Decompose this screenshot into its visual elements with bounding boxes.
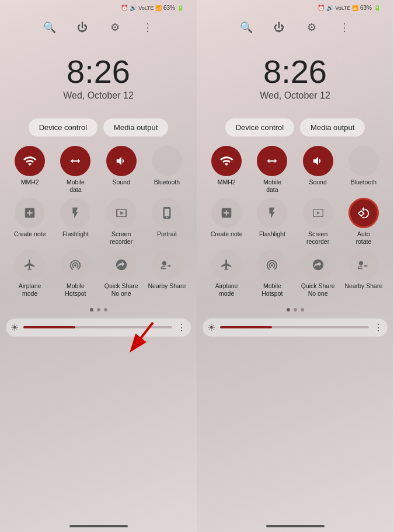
brightness-more-left[interactable]: ⋮ bbox=[177, 322, 186, 333]
wifi-icon-left bbox=[15, 146, 45, 176]
tile-wifi-left[interactable]: MMH2 bbox=[8, 146, 51, 193]
tile-hotspot-label-left: MobileHotspot bbox=[65, 282, 86, 297]
tile-hotspot-label-right: MobileHotspot bbox=[261, 282, 283, 297]
power-button-right[interactable]: ⏻ bbox=[270, 18, 288, 37]
quick-settings-grid-right: MMH2 Mobiledata Sound Bluetooth bbox=[203, 146, 388, 298]
tile-createnote-left[interactable]: Create note bbox=[8, 198, 51, 245]
settings-button-left[interactable]: ⚙ bbox=[106, 18, 124, 37]
more-button-right[interactable]: ⋮ bbox=[335, 18, 354, 37]
wifi-status-icon-right: 🔊 bbox=[326, 5, 333, 11]
brightness-track-left bbox=[23, 326, 172, 328]
signal-icon-right: VoLTE 📶 bbox=[335, 5, 358, 11]
search-button-right[interactable]: 🔍 bbox=[237, 18, 256, 37]
createnote-icon-right bbox=[211, 198, 242, 228]
tile-flashlight-label-left: Flashlight bbox=[62, 230, 89, 238]
tile-createnote-label-right: Create note bbox=[211, 230, 243, 238]
tile-hotspot-right[interactable]: MobileHotspot bbox=[250, 250, 294, 297]
brightness-fill-left bbox=[23, 326, 75, 328]
tile-data-label-right: Mobiledata bbox=[263, 178, 281, 193]
phone-panel-right: ⏰ 🔊 VoLTE 📶 63% 🔋 🔍 ⏻ ⚙ ⋮ 8:26 Wed, Octo… bbox=[197, 0, 393, 532]
battery-icon: 🔋 bbox=[177, 5, 184, 11]
nearbyshare-icon-left bbox=[152, 250, 182, 280]
tile-createnote-label-left: Create note bbox=[14, 230, 46, 238]
tile-data-right[interactable]: Mobiledata bbox=[250, 146, 294, 193]
tile-screenrecorder-left[interactable]: Screenrecorder bbox=[100, 198, 143, 245]
airplane-icon-left bbox=[15, 250, 45, 280]
tile-quickshare-right[interactable]: Quick ShareNo one bbox=[297, 250, 340, 297]
status-bar-left: ⏰ 🔊 VoLTE 📶 63% 🔋 bbox=[6, 0, 191, 13]
tile-portrait-left[interactable]: Portrait bbox=[145, 198, 189, 245]
tile-airplane-label-right: Airplanemode bbox=[215, 282, 238, 297]
bluetooth-icon-left bbox=[152, 146, 182, 176]
dots-indicator-left bbox=[90, 308, 107, 312]
tile-bluetooth-label-left: Bluetooth bbox=[154, 178, 180, 186]
top-icons-right: 🔍 ⏻ ⚙ ⋮ bbox=[203, 13, 388, 44]
settings-button-right[interactable]: ⚙ bbox=[302, 18, 321, 37]
tile-nearbyshare-left[interactable]: Nearby Share bbox=[145, 250, 189, 297]
tile-hotspot-left[interactable]: MobileHotspot bbox=[54, 250, 97, 297]
tile-screenrecorder-right[interactable]: Screenrecorder bbox=[297, 198, 340, 245]
search-button-left[interactable]: 🔍 bbox=[40, 18, 59, 37]
clock-time-right: 8:26 bbox=[263, 55, 327, 88]
clock-time-left: 8:26 bbox=[67, 55, 130, 88]
brightness-track-right bbox=[220, 326, 369, 328]
media-output-button-right[interactable]: Media output bbox=[300, 118, 365, 136]
hotspot-icon-right bbox=[257, 250, 287, 280]
dot-1-right bbox=[287, 308, 290, 312]
flashlight-icon-left bbox=[60, 198, 90, 228]
bluetooth-icon-right bbox=[348, 146, 379, 176]
tile-sound-label-right: Sound bbox=[309, 178, 326, 186]
power-button-left[interactable]: ⏻ bbox=[73, 18, 92, 37]
tile-sound-label-left: Sound bbox=[112, 178, 130, 186]
tile-nearbyshare-right[interactable]: Nearby Share bbox=[342, 250, 385, 297]
wifi-status-icon: 🔊 bbox=[130, 5, 137, 11]
sound-icon-right bbox=[303, 146, 333, 176]
tile-portrait-label-left: Portrait bbox=[157, 230, 177, 238]
alarm-icon: ⏰ bbox=[121, 5, 128, 11]
phone-panel-left: ⏰ 🔊 VoLTE 📶 63% 🔋 🔍 ⏻ ⚙ ⋮ 8:26 Wed, Octo… bbox=[0, 0, 197, 532]
status-icons-left: ⏰ 🔊 VoLTE 📶 63% 🔋 bbox=[121, 5, 184, 11]
tile-flashlight-left[interactable]: Flashlight bbox=[54, 198, 97, 245]
tile-airplane-left[interactable]: Airplanemode bbox=[8, 250, 51, 297]
tile-flashlight-right[interactable]: Flashlight bbox=[250, 198, 294, 245]
brightness-bar-left[interactable]: ☀ ⋮ bbox=[6, 318, 191, 337]
more-button-left[interactable]: ⋮ bbox=[138, 18, 157, 37]
brightness-icon-left: ☀ bbox=[11, 322, 19, 333]
tile-data-left[interactable]: Mobiledata bbox=[54, 146, 97, 193]
device-control-button-right[interactable]: Device control bbox=[225, 118, 294, 136]
tile-nearbyshare-label-right: Nearby Share bbox=[344, 282, 382, 290]
tile-bluetooth-right[interactable]: Bluetooth bbox=[342, 146, 385, 193]
tile-quickshare-label-left: Quick ShareNo one bbox=[104, 282, 138, 297]
tile-quickshare-label-right: Quick ShareNo one bbox=[301, 282, 335, 297]
screenrecorder-icon-right bbox=[303, 198, 333, 228]
clock-date-left: Wed, October 12 bbox=[63, 90, 134, 101]
tile-createnote-right[interactable]: Create note bbox=[205, 198, 248, 245]
tile-sound-left[interactable]: Sound bbox=[100, 146, 143, 193]
tile-sound-right[interactable]: Sound bbox=[297, 146, 340, 193]
brightness-more-right[interactable]: ⋮ bbox=[374, 322, 383, 333]
top-icons-left: 🔍 ⏻ ⚙ ⋮ bbox=[6, 13, 191, 44]
device-control-button-left[interactable]: Device control bbox=[29, 118, 97, 136]
tile-autorotate-right[interactable]: Autorotate bbox=[342, 198, 385, 245]
sound-icon-left bbox=[106, 146, 137, 176]
flashlight-icon-right bbox=[257, 198, 287, 228]
tile-quickshare-left[interactable]: Quick ShareNo one bbox=[100, 250, 143, 297]
battery-icon-right: 🔋 bbox=[374, 5, 381, 11]
dot-3-right bbox=[301, 308, 304, 312]
autorotate-icon-right bbox=[348, 198, 379, 228]
signal-icon: VoLTE 📶 bbox=[138, 5, 162, 11]
tile-data-label-left: Mobiledata bbox=[67, 178, 85, 193]
brightness-bar-right[interactable]: ☀ ⋮ bbox=[203, 318, 388, 337]
control-buttons-right: Device control Media output bbox=[203, 118, 388, 136]
tile-bluetooth-left[interactable]: Bluetooth bbox=[145, 146, 189, 193]
tile-airplane-right[interactable]: Airplanemode bbox=[205, 250, 248, 297]
wifi-icon-right bbox=[211, 146, 242, 176]
data-icon-right bbox=[257, 146, 287, 176]
tile-wifi-right[interactable]: MMH2 bbox=[205, 146, 248, 193]
tile-bluetooth-label-right: Bluetooth bbox=[351, 178, 376, 186]
quick-settings-grid-left: MMH2 Mobiledata Sound Bluetooth bbox=[6, 146, 191, 298]
battery-text-right: 63% bbox=[360, 5, 372, 11]
media-output-button-left[interactable]: Media output bbox=[103, 118, 168, 136]
quickshare-icon-left bbox=[106, 250, 137, 280]
data-icon-left bbox=[60, 146, 90, 176]
